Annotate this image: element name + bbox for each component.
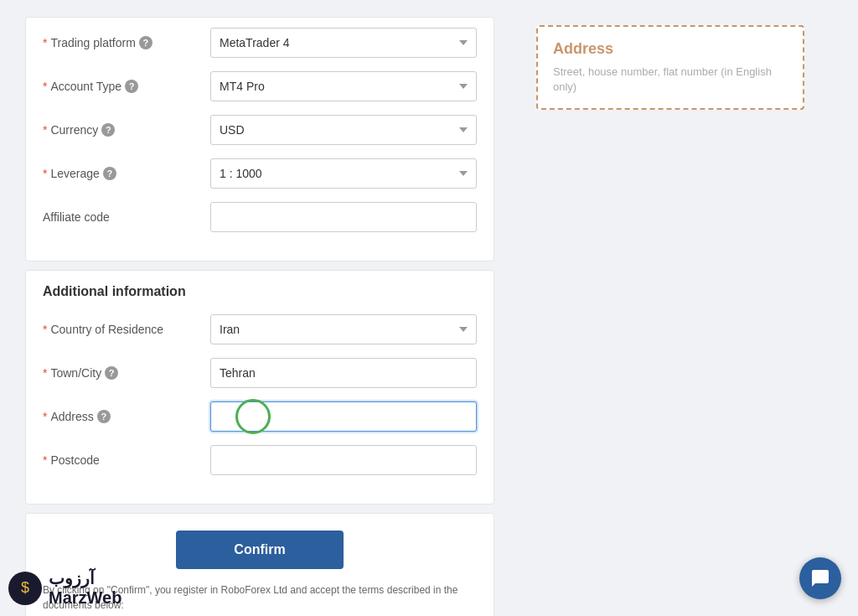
- country-text: Country of Residence: [50, 323, 163, 336]
- chat-button[interactable]: [799, 557, 841, 599]
- account-type-row: * Account Type ? MT4 Pro: [43, 70, 477, 103]
- watermark-text: آرزوبMarzWeb: [49, 568, 121, 608]
- address-row: * Address ?: [43, 400, 477, 433]
- address-box-title: Address: [553, 40, 788, 58]
- postcode-input[interactable]: [210, 445, 477, 475]
- address-text: Address: [50, 410, 93, 423]
- additional-information-title: Additional information: [43, 284, 477, 299]
- account-type-select[interactable]: MT4 Pro: [210, 71, 477, 101]
- town-city-input[interactable]: [210, 358, 477, 388]
- required-star-country: *: [43, 323, 47, 336]
- leverage-select[interactable]: 1 : 1000: [210, 158, 477, 189]
- account-type-label: * Account Type ?: [43, 80, 210, 93]
- currency-row: * Currency ? USD: [43, 113, 477, 147]
- affiliate-code-input[interactable]: [210, 202, 477, 232]
- required-star-leverage: *: [43, 167, 47, 180]
- required-star-currency: *: [43, 123, 47, 137]
- watermark: $ آرزوبMarzWeb: [8, 568, 121, 608]
- postcode-label: * Postcode: [43, 453, 210, 467]
- trading-platform-text: Trading platform: [50, 36, 135, 49]
- required-star: *: [43, 36, 47, 49]
- currency-label: * Currency ?: [43, 123, 210, 137]
- address-input[interactable]: [210, 401, 477, 432]
- country-label: * Country of Residence: [43, 323, 210, 336]
- leverage-help-icon[interactable]: ?: [103, 167, 116, 180]
- required-star-account: *: [43, 80, 47, 93]
- address-label: * Address ?: [43, 410, 210, 423]
- confirm-button[interactable]: Confirm: [176, 531, 344, 569]
- leverage-label: * Leverage ?: [43, 167, 210, 180]
- trading-platform-label: * Trading platform ?: [43, 36, 210, 49]
- address-help-icon[interactable]: ?: [97, 410, 111, 423]
- leverage-row: * Leverage ? 1 : 1000: [43, 157, 477, 190]
- town-city-help-icon[interactable]: ?: [105, 366, 118, 380]
- affiliate-code-row: Affiliate code: [43, 200, 477, 234]
- address-box-hint: Street, house number, flat number (in En…: [553, 65, 788, 95]
- address-hint-box: Address Street, house number, flat numbe…: [536, 25, 804, 110]
- postcode-row: * Postcode: [43, 443, 477, 477]
- town-city-row: * Town/City ?: [43, 356, 477, 390]
- required-star-address: *: [43, 410, 47, 423]
- required-star-town: *: [43, 366, 47, 380]
- currency-help-icon[interactable]: ?: [101, 123, 115, 137]
- postcode-text: Postcode: [50, 453, 99, 467]
- trading-platform-help-icon[interactable]: ?: [139, 36, 152, 49]
- account-type-text: Account Type: [50, 80, 121, 93]
- affiliate-code-text: Affiliate code: [43, 210, 110, 224]
- trading-platform-row: * Trading platform ? MetaTrader 4: [43, 26, 477, 60]
- currency-text: Currency: [50, 123, 98, 137]
- trading-platform-select[interactable]: MetaTrader 4: [210, 28, 477, 58]
- watermark-icon: $: [8, 572, 42, 605]
- address-input-wrapper: [210, 401, 477, 432]
- right-panel: Address Street, house number, flat numbe…: [519, 8, 821, 616]
- currency-select[interactable]: USD: [210, 115, 477, 145]
- account-type-help-icon[interactable]: ?: [125, 80, 138, 93]
- country-select[interactable]: Iran: [210, 314, 477, 344]
- additional-information-section: Additional information * Country of Resi…: [25, 270, 494, 505]
- affiliate-code-label: Affiliate code: [43, 210, 210, 224]
- town-city-label: * Town/City ?: [43, 366, 210, 380]
- country-row: * Country of Residence Iran: [43, 313, 477, 346]
- required-star-postcode: *: [43, 453, 47, 467]
- town-city-text: Town/City: [50, 366, 101, 380]
- leverage-text: Leverage: [50, 167, 99, 180]
